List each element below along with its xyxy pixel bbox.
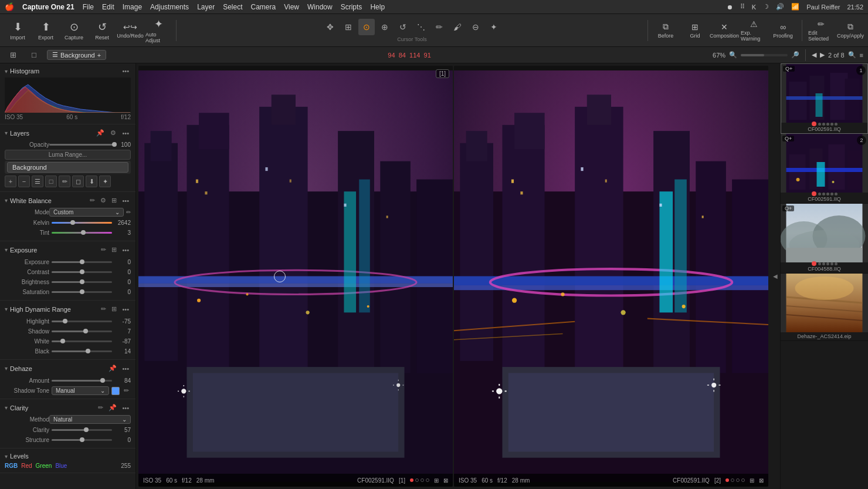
cursor-tool-rotate[interactable]: ↺ [395,19,411,35]
hdr-menu-icon[interactable]: ••• [120,305,131,313]
before-button[interactable]: ⧉ Before [653,16,679,45]
cursor-tool-brush[interactable]: 🖌 [449,19,466,35]
cursor-tool-pen[interactable]: ✏ [431,19,447,35]
prev-image-icon[interactable]: ◀ [812,51,816,59]
play-icon[interactable]: ▶ [820,51,825,59]
filmstrip-item-4[interactable]: Dehaze-_ACS2414.eip [781,274,868,341]
exp-copy-icon[interactable]: ⊞ [110,245,118,254]
menu-layer[interactable]: Layer [197,3,215,11]
filter-icon[interactable]: ≡ [860,52,863,59]
menu-select[interactable]: Select [223,3,242,11]
wb-mode-select[interactable]: Custom ⌄ [49,208,124,217]
composition-button[interactable]: ✕ Composition [711,16,737,45]
remove-layer-button[interactable]: − [18,176,30,187]
wb-menu-icon[interactable]: ••• [120,197,131,205]
layers-header[interactable]: ▾ Layers 📌 ⚙ ••• [5,127,131,139]
edit-selected-button[interactable]: ✏ Edit Selected [808,16,834,45]
zoom-slider[interactable] [741,54,788,56]
menu-view[interactable]: View [284,3,299,11]
cursor-tool-clone[interactable]: ⊕ [377,19,393,35]
layers-pin-icon[interactable]: 📌 [94,129,106,137]
grid-button[interactable]: ⊞ Grid [682,16,708,45]
exp-warning-button[interactable]: ⚠ Exp. Warning [741,16,767,45]
layer-draw-icon[interactable]: ✏ [59,176,70,187]
capture-button[interactable]: ⊙ Capture [61,16,87,45]
white-balance-header[interactable]: ▾ White Balance ✏ ⚙ ⊞ ••• [5,194,131,207]
shadow-tone-edit-icon[interactable]: ✏ [122,386,131,395]
dehaze-pin-icon[interactable]: 📌 [107,364,118,373]
wb-copy-icon[interactable]: ⊞ [110,196,118,205]
copy-apply-button[interactable]: ⧉ Copy/Apply [838,16,863,45]
shadow-tone-color-swatch[interactable] [111,387,120,395]
image-panel-right[interactable]: ISO 35 60 s f/12 28 mm CF002591.IIQ [2] … [454,66,768,487]
dehaze-menu-icon[interactable]: ••• [120,365,131,373]
exposure-header[interactable]: ▾ Exposure ✏ ⊞ ••• [5,244,131,256]
filmstrip-item-3[interactable]: Q+ CF004588.IIQ [781,204,868,274]
histogram-menu-icon[interactable]: ••• [120,67,131,75]
export-button[interactable]: ⬆ Export [33,16,59,45]
cursor-tool-spot[interactable]: ⊙ [358,19,375,35]
saturation-slider[interactable] [52,288,112,296]
clarity-edit-icon[interactable]: ✏ [96,403,105,412]
cursor-tool-magic[interactable]: ✦ [486,19,502,35]
levels-header[interactable]: ▾ Levels [5,451,131,461]
layer-selector[interactable]: ☰ Background + [47,50,106,60]
menu-image[interactable]: Image [123,3,142,11]
filmstrip-collapse-button[interactable]: ◀ [771,273,780,279]
zoom-out-icon[interactable]: 🔎 [791,51,799,59]
clarity-method-select[interactable]: Natural ⌄ [49,415,131,424]
single-view-button[interactable]: □ [26,47,42,63]
clarity-clarity-slider[interactable] [52,426,112,434]
contrast-slider[interactable] [52,268,112,276]
reset-button[interactable]: ↺ Reset [89,16,115,45]
search-images-icon[interactable]: 🔍 [848,51,856,59]
background-layer[interactable]: Background [7,162,128,173]
filmstrip-item-1[interactable]: Q+ 1 CF002591.IIQ [781,63,868,134]
levels-green[interactable]: Green [36,463,52,469]
brightness-slider[interactable] [52,278,112,286]
import-button[interactable]: ⬇ Import [5,16,30,45]
exposure-slider[interactable] [52,258,112,266]
layer-import-icon[interactable]: ⬇ [86,176,97,187]
hdr-edit-icon[interactable]: ✏ [99,305,108,313]
dehaze-header[interactable]: ▾ Dehaze 📌 ••• [5,362,131,375]
image-panel-left[interactable]: [1] ISO 35 60 s f/12 28 mm CF002591.IIQ … [138,66,453,487]
cursor-tool-crop[interactable]: ⊞ [340,19,357,35]
layers-menu-icon[interactable]: ••• [120,129,131,137]
zoom-in-icon[interactable]: 🔍 [729,51,737,59]
filmstrip-item-2[interactable]: Q+ 2 CF002591.IIQ [781,134,868,204]
menu-scripts[interactable]: Scripts [341,3,362,11]
histogram-header[interactable]: ▾ Histogram ••• [5,67,131,75]
layer-auto-icon[interactable]: ✦ [99,176,111,187]
highlight-slider[interactable] [52,317,112,325]
clarity-menu-icon[interactable]: ••• [120,404,131,412]
tint-slider[interactable] [52,228,112,237]
exp-menu-icon[interactable]: ••• [120,246,131,254]
grid-view-button[interactable]: ⊞ [5,47,21,63]
luma-range-button[interactable]: Luma Range... [5,150,131,160]
auto-adjust-button[interactable]: ✦ Auto Adjust [145,16,171,45]
proofing-button[interactable]: ∞ Proofing [770,16,796,45]
levels-red[interactable]: Red [21,463,32,469]
cursor-tool-lasso[interactable]: ⋱ [413,19,429,35]
menu-file[interactable]: File [83,3,94,11]
clarity-pin-icon[interactable]: 📌 [107,403,118,412]
menu-camera[interactable]: Camera [251,3,276,11]
shadow-tone-select[interactable]: Manual ⌄ [52,386,109,395]
dehaze-amount-slider[interactable] [52,376,112,385]
layer-gradient-icon[interactable]: ◻ [72,176,84,187]
wb-mode-edit-icon[interactable]: ✏ [126,209,131,215]
menu-help[interactable]: Help [370,3,385,11]
shadow-slider[interactable] [52,327,112,335]
black-slider[interactable] [52,347,112,355]
clarity-header[interactable]: ▾ Clarity ✏ 📌 ••• [5,402,131,414]
layer-mask-icon[interactable]: □ [45,176,57,187]
levels-blue[interactable]: Blue [55,463,67,469]
opacity-slider[interactable] [49,140,114,149]
wb-edit-icon[interactable]: ✏ [88,196,97,205]
menu-edit[interactable]: Edit [102,3,114,11]
exp-edit-icon[interactable]: ✏ [99,245,108,254]
white-slider[interactable] [52,337,112,345]
menu-window[interactable]: Window [307,3,333,11]
hdr-header[interactable]: ▾ High Dynamic Range ✏ ⊞ ••• [5,303,131,315]
